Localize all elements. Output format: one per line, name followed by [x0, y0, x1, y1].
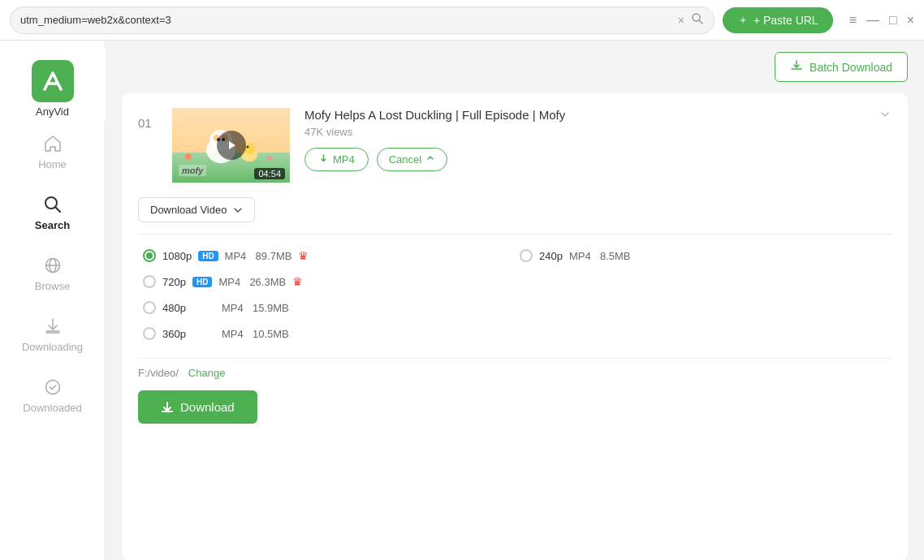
premium-icon-1080p: ♛ [298, 249, 309, 262]
size-720p: 26.3MB [249, 276, 286, 288]
play-button[interactable] [217, 131, 246, 160]
divider2 [138, 358, 892, 359]
change-link[interactable]: Change [188, 367, 226, 379]
label-720p: 720p [162, 276, 186, 288]
radio-480p[interactable] [143, 301, 156, 314]
size-480p: 15.9MB [253, 302, 289, 314]
url-bar: utm_medium=web2x&context=3 × [10, 6, 715, 34]
app-name: AnyVid [36, 106, 69, 118]
format-1080p: MP4 [225, 250, 249, 262]
logo-area: AnyVid [0, 49, 106, 121]
maximize-icon[interactable]: □ [889, 14, 897, 27]
url-text: utm_medium=web2x&context=3 [20, 14, 671, 26]
quality-col-right: 240p MP4 8.5MB [515, 243, 892, 347]
batch-download-label: Batch Download [810, 61, 892, 74]
paste-url-button[interactable]: ＋ + Paste URL [723, 7, 833, 33]
sidebar-item-search-label: Search [35, 219, 70, 231]
sidebar: AnyVid Home Search [0, 41, 106, 560]
svg-line-1 [699, 20, 702, 24]
quality-item-480p[interactable]: 480p MP4 15.9MB [138, 295, 515, 321]
minimize-icon[interactable]: — [866, 14, 879, 27]
svg-point-20 [267, 156, 272, 161]
dropdown-row: Download Video [138, 197, 892, 222]
sidebar-item-downloading[interactable]: Downloading [0, 304, 105, 364]
dropdown-label: Download Video [150, 204, 227, 216]
video-thumbnail[interactable]: 04:54 mofy [172, 108, 290, 183]
label-480p: 480p [162, 302, 186, 314]
mp4-button[interactable]: MP4 [304, 148, 369, 171]
label-240p: 240p [539, 250, 563, 262]
sidebar-item-downloaded[interactable]: Downloaded [0, 364, 105, 425]
home-icon [41, 132, 64, 155]
quality-item-1080p[interactable]: 1080p HD MP4 89.7MB ♛ [138, 243, 515, 269]
radio-1080p[interactable] [143, 249, 156, 262]
downloaded-icon [41, 376, 64, 398]
window-close-icon[interactable]: × [907, 14, 914, 27]
video-views: 47K views [304, 126, 864, 138]
download-btn-label: Download [180, 400, 235, 414]
video-index: 01 [138, 116, 158, 130]
quality-item-240p[interactable]: 240p MP4 8.5MB [515, 243, 892, 269]
format-360p: MP4 [222, 328, 246, 340]
hd-badge-1080p: HD [198, 251, 218, 261]
sidebar-item-home[interactable]: Home [0, 121, 105, 182]
sidebar-item-downloading-label: Downloading [22, 341, 83, 353]
quality-item-360p[interactable]: 360p MP4 10.5MB [138, 321, 515, 347]
format-720p: MP4 [218, 276, 243, 288]
search-nav-icon [41, 193, 64, 216]
search-icon[interactable] [691, 12, 704, 28]
radio-360p[interactable] [143, 327, 156, 340]
quality-item-720p[interactable]: 720p HD MP4 26.3MB ♛ [138, 269, 515, 295]
paste-url-icon: ＋ [737, 13, 749, 28]
video-card: 01 [122, 93, 908, 560]
format-240p: MP4 [569, 250, 594, 262]
save-path-text: F:/video/ [138, 367, 179, 379]
menu-icon[interactable]: ≡ [849, 14, 857, 27]
save-path-row: F:/video/ Change [138, 367, 892, 379]
video-actions: MP4 Cancel [304, 148, 864, 171]
expand-icon[interactable] [879, 108, 892, 125]
title-bar: utm_medium=web2x&context=3 × ＋ + Paste U… [0, 0, 924, 41]
sidebar-item-downloaded-label: Downloaded [23, 402, 81, 414]
size-1080p: 89.7MB [256, 250, 292, 262]
svg-line-3 [55, 208, 60, 213]
label-1080p: 1080p [162, 250, 192, 262]
video-title: Mofy Helps A Lost Duckling | Full Episod… [304, 108, 864, 122]
paste-url-label: + Paste URL [753, 14, 818, 27]
format-480p: MP4 [222, 302, 246, 314]
main-layout: AnyVid Home Search [0, 41, 924, 560]
sidebar-item-browse[interactable]: Browse [0, 243, 105, 304]
svg-marker-21 [229, 141, 235, 149]
batch-download-button[interactable]: Batch Download [775, 52, 908, 82]
download-video-dropdown[interactable]: Download Video [138, 197, 255, 222]
svg-point-7 [45, 381, 59, 394]
window-controls: ≡ — □ × [849, 14, 914, 27]
size-240p: 8.5MB [600, 250, 631, 262]
batch-download-icon [790, 59, 803, 75]
radio-720p[interactable] [143, 275, 156, 288]
hd-badge-720p: HD [192, 277, 212, 287]
cancel-button[interactable]: Cancel [377, 148, 447, 171]
sidebar-item-search[interactable]: Search [0, 182, 105, 243]
sidebar-item-home-label: Home [38, 158, 67, 170]
url-close-icon[interactable]: × [678, 15, 684, 26]
size-360p: 10.5MB [253, 328, 289, 340]
video-info: Mofy Helps A Lost Duckling | Full Episod… [304, 108, 864, 171]
video-header: 01 [138, 108, 892, 183]
mp4-label: MP4 [333, 153, 355, 166]
divider [138, 234, 892, 235]
sidebar-item-browse-label: Browse [35, 280, 70, 292]
quality-col-left: 1080p HD MP4 89.7MB ♛ 720p HD MP4 [138, 243, 515, 347]
download-section: Download Video 1080p [138, 197, 892, 424]
quality-grid: 1080p HD MP4 89.7MB ♛ 720p HD MP4 [138, 243, 892, 347]
svg-point-19 [185, 153, 192, 160]
video-duration: 04:54 [254, 168, 285, 179]
download-button[interactable]: Download [138, 390, 257, 424]
downloading-icon [41, 315, 64, 338]
cancel-label: Cancel [389, 153, 421, 166]
svg-point-18 [247, 146, 249, 149]
premium-icon-720p: ♛ [292, 275, 303, 288]
radio-240p[interactable] [520, 249, 533, 262]
browse-icon [41, 254, 64, 277]
content-area: Batch Download 01 [106, 41, 924, 560]
